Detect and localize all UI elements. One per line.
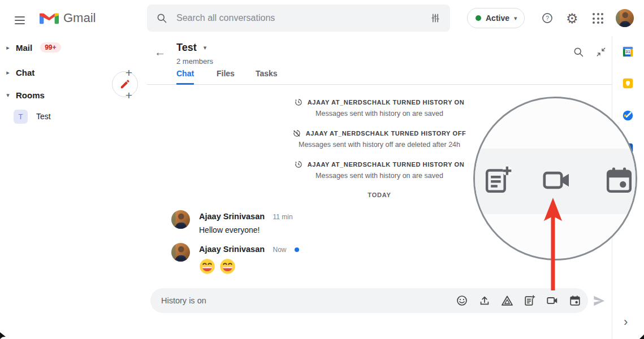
- search-input[interactable]: [175, 12, 430, 24]
- unread-dot: [295, 247, 299, 252]
- emoji-picker-icon[interactable]: [456, 294, 468, 307]
- member-count: 2 members: [176, 57, 213, 66]
- callout-arrow: [542, 198, 564, 292]
- caret-right-icon[interactable]: ▸: [0, 69, 16, 76]
- tab-files[interactable]: Files: [217, 69, 235, 83]
- resize-corner-artifact: [639, 334, 644, 339]
- chat-message: Ajaay Srinivasan Now 😄😄: [199, 244, 299, 275]
- send-icon[interactable]: [592, 294, 606, 308]
- status-selector[interactable]: Active ▾: [467, 8, 525, 28]
- room-list-item[interactable]: T Test: [0, 106, 147, 127]
- svg-text:31: 31: [625, 49, 630, 54]
- history-on-icon: [295, 98, 302, 106]
- message-time: 11 min: [273, 213, 293, 221]
- room-initial-avatar: T: [14, 110, 28, 124]
- sidebar-item-chat[interactable]: ▸ Chat +: [0, 61, 147, 84]
- message-text-emoji: 😄😄: [199, 258, 299, 275]
- new-room-button[interactable]: +: [123, 89, 135, 101]
- system-message-title: AJAAY AT_NERDSCHALK TURNED HISTORY ON: [308, 99, 464, 106]
- message-input[interactable]: [160, 295, 446, 306]
- grinning-face-emoji: [219, 258, 236, 275]
- google-drive-icon[interactable]: [501, 294, 513, 307]
- main-menu-icon[interactable]: [15, 14, 25, 27]
- search-filter-icon[interactable]: [430, 12, 441, 24]
- caret-right-icon[interactable]: ▸: [0, 44, 16, 51]
- collapse-icon[interactable]: [595, 46, 607, 58]
- svg-text:?: ?: [546, 15, 549, 21]
- google-keep-icon[interactable]: [622, 77, 634, 89]
- gmail-logo-icon: [40, 10, 59, 25]
- room-title: Test: [176, 42, 197, 54]
- chat-message: Ajaay Srinivasan 11 min Hellow everyone!: [199, 211, 293, 234]
- sidebar-item-rooms[interactable]: ▾ Rooms +: [0, 84, 147, 106]
- top-app-bar: Gmail Active ▾ ? ⚙: [0, 0, 644, 36]
- search-icon: [156, 12, 167, 24]
- google-apps-grid-icon[interactable]: [593, 13, 603, 24]
- search-bar[interactable]: [147, 5, 450, 32]
- room-header[interactable]: Test ▾: [176, 42, 206, 54]
- app-title: Gmail: [63, 11, 96, 25]
- new-chat-button[interactable]: +: [123, 67, 135, 79]
- sender-avatar[interactable]: [171, 243, 190, 262]
- cursor-artifact: [0, 332, 8, 339]
- status-label: Active: [486, 14, 509, 23]
- google-calendar-icon[interactable]: 31: [622, 46, 634, 58]
- tab-tasks[interactable]: Tasks: [256, 69, 278, 83]
- video-meeting-icon[interactable]: [546, 294, 559, 307]
- room-tabs: Chat Files Tasks: [147, 69, 612, 85]
- message-time: Now: [273, 246, 287, 254]
- history-on-icon: [295, 160, 302, 168]
- upload-file-icon[interactable]: [478, 294, 491, 307]
- sender-avatar[interactable]: [171, 210, 190, 229]
- mail-label: Mail: [16, 43, 32, 53]
- chat-label: Chat: [16, 68, 34, 77]
- tab-chat[interactable]: Chat: [176, 69, 194, 85]
- history-off-icon: [293, 129, 301, 137]
- grinning-face-emoji: [199, 258, 215, 275]
- expand-panel-chevron-icon[interactable]: ›: [624, 315, 628, 329]
- system-message-title: AJAAY AT_NERDSCHALK TURNED HISTORY ON: [308, 161, 464, 168]
- chevron-down-icon[interactable]: ▾: [204, 45, 207, 51]
- message-composer[interactable]: [150, 288, 588, 313]
- clipped-message-line: Messages sent with history off are delet…: [147, 83, 612, 85]
- video-meeting-icon-magnified: [541, 164, 573, 196]
- back-arrow-icon[interactable]: ←: [154, 46, 166, 59]
- active-status-dot: [476, 15, 481, 21]
- unread-count-badge: 99+: [40, 42, 60, 53]
- help-icon[interactable]: ?: [541, 12, 554, 24]
- message-text: Hellow everyone!: [199, 225, 293, 234]
- caret-down-icon[interactable]: ▾: [0, 92, 16, 99]
- chevron-down-icon: ▾: [514, 15, 517, 21]
- system-message-title: AJAAY AT_NERDSCHALK TURNED HISTORY OFF: [306, 130, 466, 137]
- calendar-invite-icon-magnified: [603, 164, 635, 196]
- settings-gear-icon[interactable]: ⚙: [566, 11, 578, 27]
- rooms-label: Rooms: [16, 90, 45, 100]
- google-tasks-icon[interactable]: [622, 110, 634, 121]
- sender-name[interactable]: Ajaay Srinivasan: [199, 212, 265, 221]
- gmail-window: Gmail Active ▾ ? ⚙: [0, 0, 644, 339]
- sender-name[interactable]: Ajaay Srinivasan: [199, 245, 265, 254]
- room-item-name: Test: [36, 112, 51, 121]
- room-search-icon[interactable]: [573, 46, 584, 58]
- new-doc-icon-magnified: [482, 164, 514, 196]
- calendar-invite-icon[interactable]: [569, 294, 581, 307]
- sidebar-item-mail[interactable]: ▸ Mail 99+: [0, 36, 147, 59]
- new-doc-icon[interactable]: [524, 294, 536, 307]
- left-sidebar: ▸ Mail 99+ ▸ Chat + ▾ Rooms + T Test ▸ M…: [0, 36, 147, 339]
- account-avatar[interactable]: [616, 9, 634, 27]
